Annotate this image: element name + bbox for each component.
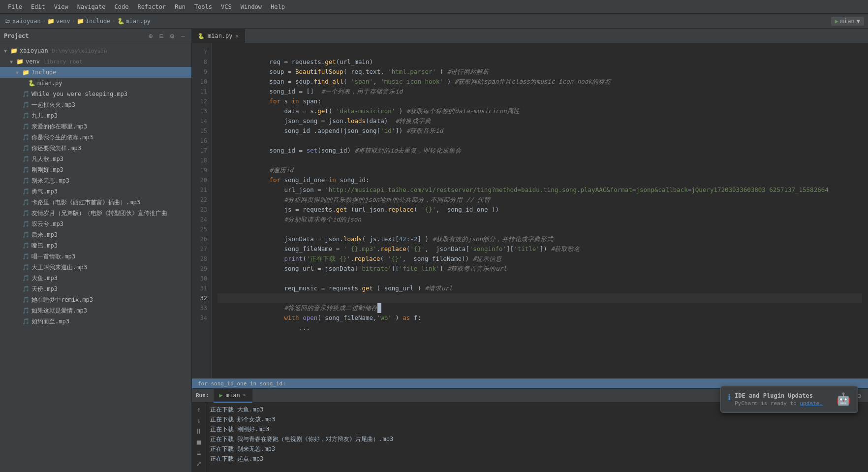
tree-item-venv[interactable]: ▼ 📁 venv library root (0, 56, 191, 67)
include-folder-icon: 📁 (22, 68, 30, 76)
tree-item-mp3-20[interactable]: ▶ 🎵 她在睡梦中remix.mp3 (0, 294, 191, 305)
tree-item-mp3-22[interactable]: ▶ 🎵 如约而至.mp3 (0, 316, 191, 327)
code-line-19: for song_id_one in song_id: (217, 165, 862, 175)
run-config-badge[interactable]: ▶ mian ▼ (831, 17, 864, 26)
tab-bar: 🐍 mian.py × (192, 29, 868, 43)
breadcrumb-include[interactable]: 📁 Include (77, 18, 111, 25)
menu-file[interactable]: File (4, 2, 26, 11)
run-tab-mian[interactable]: ▶ mian × (214, 389, 252, 403)
breadcrumb-file[interactable]: 🐍 mian.py (117, 18, 151, 25)
code-line-32: #将返回的音乐转换成二进制储存 (217, 293, 862, 303)
menu-view[interactable]: View (50, 2, 72, 11)
notification-popup: ℹ IDE and Plugin Updates PyCharm is read… (720, 386, 858, 413)
line-num-17: 17 (192, 146, 211, 156)
run-output: 正在下载 大鱼.mp3 正在下载 那个女孩.mp3 正在下载 刚刚好.mp3 正… (206, 403, 868, 472)
tree-item-mp3-10[interactable]: ▶ 🎵 勇气.mp3 (0, 186, 191, 197)
project-icon: 🗂 (4, 18, 11, 25)
tree-item-mp3-21[interactable]: ▶ 🎵 如果这就是爱情.mp3 (0, 305, 191, 316)
line-num-30: 30 (192, 274, 211, 283)
code-editor[interactable]: 7 8 9 10 11 12 13 14 15 16 17 18 19 20 2… (192, 43, 868, 378)
sidebar-settings-btn[interactable]: ⚙ (168, 31, 177, 40)
code-content[interactable]: req = requests.get(url_main) soup = Beau… (212, 43, 868, 378)
mp3-icon: 🎵 (22, 133, 30, 141)
expand-arrow: ▼ (16, 70, 22, 75)
mp3-icon: 🎵 (22, 198, 30, 206)
tree-item-mp3-19[interactable]: ▶ 🎵 天份.mp3 (0, 283, 191, 294)
menu-refactor[interactable]: Refactor (133, 2, 170, 11)
mp3-icon: 🎵 (22, 209, 30, 217)
tree-item-mp3-18[interactable]: ▶ 🎵 大鱼.mp3 (0, 273, 191, 283)
mp3-icon: 🎵 (22, 144, 30, 152)
mp3-icon: 🎵 (22, 220, 30, 228)
line-num-20: 20 (192, 175, 211, 185)
tree-item-mp3-5[interactable]: ▶ 🎵 你是我今生的依靠.mp3 (0, 132, 191, 143)
tree-item-include[interactable]: ▼ 📁 Include (0, 67, 191, 78)
menu-window[interactable]: Window (237, 2, 266, 11)
tree-item-xaioyuan[interactable]: ▼ 📁 xaioyuan D:\my\py\xaioyuan (0, 45, 191, 56)
tree-item-mp3-8[interactable]: ▶ 🎵 刚刚好.mp3 (0, 164, 191, 175)
notification-title: IDE and Plugin Updates (735, 392, 832, 399)
mp3-icon: 🎵 (22, 263, 30, 271)
tree-item-mp3-6[interactable]: ▶ 🎵 你还要我怎样.mp3 (0, 143, 191, 154)
stop-btn[interactable]: ■ (194, 437, 204, 447)
mp3-icon: 🎵 (22, 296, 30, 304)
tree-item-mp3-1[interactable]: ▶ 🎵 While you were sleeping.mp3 (0, 89, 191, 99)
tree-item-mp3-12[interactable]: ▶ 🎵 友情岁月（兄弟版）（电影《转型团伙》宣传推广曲 (0, 208, 191, 219)
up-btn[interactable]: ↑ (194, 405, 204, 414)
line-num-11: 11 (192, 87, 211, 96)
project-root-icon: 📁 (10, 47, 18, 55)
pause-btn[interactable]: ⏸ (194, 426, 204, 436)
line-num-29: 29 (192, 264, 211, 274)
tree-item-mianpy[interactable]: ▶ 🐍 mian.py (0, 78, 191, 89)
tree-item-mp3-9[interactable]: ▶ 🎵 别来无恙.mp3 (0, 175, 191, 186)
mp3-icon: 🎵 (22, 317, 30, 325)
tree-item-mp3-3[interactable]: ▶ 🎵 九儿.mp3 (0, 110, 191, 121)
expand-btn[interactable]: ⤢ (194, 459, 204, 469)
menu-run[interactable]: Run (171, 2, 189, 11)
status-text: for song_id_one in song_id: (198, 380, 286, 387)
run-icon: ▶ (835, 18, 838, 25)
line-num-9: 9 (192, 67, 211, 77)
more-btn[interactable]: ≡ (194, 448, 204, 458)
tree-item-mp3-11[interactable]: ▶ 🎵 卡路里（电影《西虹市首富》插曲）.mp3 (0, 197, 191, 208)
run-badge-area: ▶ mian ▼ (831, 17, 864, 26)
notification-update-link[interactable]: update. (800, 400, 822, 407)
breadcrumb-venv[interactable]: 📁 venv (48, 18, 70, 25)
tree-item-mp3-16[interactable]: ▶ 🎵 唱一首情歌.mp3 (0, 251, 191, 262)
menu-navigate[interactable]: Navigate (73, 2, 110, 11)
menu-vcs[interactable]: VCS (217, 2, 236, 11)
menu-edit[interactable]: Edit (27, 2, 49, 11)
sidebar-minimize-btn[interactable]: − (179, 31, 187, 40)
tree-item-mp3-15[interactable]: ▶ 🎵 哑巴.mp3 (0, 240, 191, 251)
run-output-line-6: 正在下载 起点.mp3 (210, 454, 864, 464)
breadcrumb-project[interactable]: 🗂 xaioyuan (4, 18, 41, 25)
line-num-33: 33 (192, 303, 211, 313)
run-tab-close[interactable]: × (243, 392, 246, 398)
tree-item-mp3-13[interactable]: ▶ 🎵 叹云兮.mp3 (0, 219, 191, 229)
down-btn[interactable]: ↓ (194, 415, 204, 425)
tree-item-mp3-17[interactable]: ▶ 🎵 大王叫我来巡山.mp3 (0, 262, 191, 273)
menu-help[interactable]: Help (267, 2, 289, 11)
tab-close-btn[interactable]: × (236, 33, 239, 39)
line-num-34: 34 (192, 313, 211, 323)
line-num-18: 18 (192, 156, 211, 165)
tree-item-mp3-7[interactable]: ▶ 🎵 凡人歌.mp3 (0, 154, 191, 164)
tree-item-mp3-14[interactable]: ▶ 🎵 后来.mp3 (0, 229, 191, 240)
tree-item-mp3-4[interactable]: ▶ 🎵 亲爱的你在哪里.mp3 (0, 121, 191, 132)
line-num-16: 16 (192, 136, 211, 146)
line-num-22: 22 (192, 195, 211, 205)
mp3-icon: 🎵 (22, 274, 30, 282)
code-line-25: jsonData = json.loads( js.text[42:-2] ) … (217, 224, 862, 234)
mp3-icon: 🎵 (22, 285, 30, 293)
line-num-15: 15 (192, 126, 211, 136)
venv-folder-icon: 📁 (16, 58, 24, 65)
menu-tools[interactable]: Tools (190, 2, 216, 11)
sidebar-title: Project (4, 32, 29, 39)
sidebar-collapse-btn[interactable]: ⊟ (157, 31, 166, 40)
line-num-23: 23 (192, 205, 211, 215)
tree-item-mp3-2[interactable]: ▶ 🎵 一起扛火火.mp3 (0, 99, 191, 110)
menu-code[interactable]: Code (111, 2, 133, 11)
tab-mianpy[interactable]: 🐍 mian.py × (192, 29, 245, 43)
notification-body: PyCharm is ready to update. (735, 400, 832, 407)
sidebar-locate-btn[interactable]: ⊕ (146, 31, 155, 40)
